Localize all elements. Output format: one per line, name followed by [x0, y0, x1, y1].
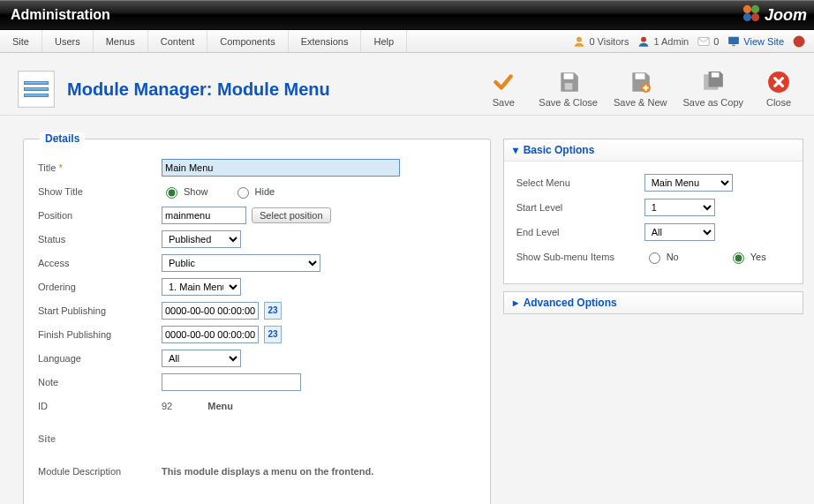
note-input[interactable] [162, 373, 301, 391]
save-button[interactable]: Save [484, 71, 523, 108]
menu-users[interactable]: Users [42, 30, 94, 52]
brand-text: Joom [765, 6, 807, 25]
start-publishing-input[interactable] [162, 302, 259, 320]
app-title: Administration [11, 7, 110, 23]
topbar: Administration Joom [0, 0, 814, 30]
note-label: Note [38, 377, 162, 387]
svg-point-1 [751, 4, 759, 12]
module-description-label: Module Description [38, 466, 162, 477]
id-value: 92 [162, 401, 172, 411]
svg-point-2 [743, 13, 751, 21]
close-button[interactable]: Close [759, 71, 798, 108]
svg-rect-11 [564, 83, 572, 90]
basic-options-title: Basic Options [524, 144, 595, 156]
joomla-icon [742, 4, 761, 27]
basic-options-header[interactable]: ▾ Basic Options [504, 139, 803, 162]
select-menu-label: Select Menu [516, 177, 644, 188]
svg-point-5 [642, 36, 647, 41]
id-label: ID [38, 401, 162, 411]
view-site-link[interactable]: View Site [743, 36, 784, 47]
mail-count: 0 [713, 36, 719, 47]
close-label: Close [766, 97, 791, 108]
svg-rect-7 [729, 36, 740, 43]
ordering-label: Ordering [38, 282, 162, 292]
language-label: Language [38, 353, 162, 364]
chevron-down-icon: ▾ [513, 144, 518, 156]
menu-components[interactable]: Components [207, 30, 288, 52]
calendar-icon[interactable]: 23 [264, 326, 282, 343]
finish-publishing-input[interactable] [162, 326, 259, 343]
svg-rect-6 [698, 37, 709, 45]
svg-point-9 [794, 35, 805, 47]
advanced-options-header[interactable]: ▸ Advanced Options [504, 292, 803, 313]
menu-site[interactable]: Site [0, 30, 42, 52]
page-title: Module Manager: Module Menu [67, 79, 330, 100]
menu-menus[interactable]: Menus [94, 30, 148, 52]
details-legend: Details [40, 132, 85, 145]
save-copy-label: Save as Copy [683, 97, 743, 108]
options-panel: ▾ Basic Options Select Menu Main Menu St… [503, 139, 803, 314]
svg-point-3 [751, 13, 759, 21]
advanced-options-accordion: ▸ Advanced Options [503, 291, 803, 314]
menubar: Site Users Menus Content Components Exte… [0, 30, 814, 53]
title-label: Title [38, 162, 56, 173]
save-label: Save [493, 97, 515, 108]
chevron-right-icon: ▸ [513, 297, 518, 309]
workarea: Details Title * Show Title Show Hide Pos… [0, 116, 814, 504]
select-position-button[interactable]: Select position [252, 207, 331, 223]
status-select[interactable]: Published [162, 230, 241, 248]
language-select[interactable]: All [162, 350, 241, 367]
show-sub-no[interactable]: No [644, 250, 679, 264]
save-new-button[interactable]: Save & New [614, 71, 667, 108]
toolbar: Save Save & Close Save & New Save as Cop… [484, 71, 798, 108]
brand-logo: Joom [742, 4, 807, 27]
monitor-icon [727, 35, 740, 48]
showtitle-hide[interactable]: Hide [233, 184, 275, 199]
showtitle-label: Show Title [38, 186, 162, 197]
advanced-options-title: Advanced Options [524, 297, 617, 309]
svg-rect-8 [733, 44, 736, 46]
show-sub-yes[interactable]: Yes [728, 250, 766, 264]
visitors-icon [573, 35, 585, 48]
end-level-label: End Level [516, 227, 644, 237]
svg-rect-12 [636, 73, 645, 79]
svg-rect-14 [712, 72, 720, 77]
menu-help[interactable]: Help [361, 30, 407, 52]
ordering-select[interactable]: 1. Main Menu [162, 278, 241, 296]
admin-count: 1 Admin [653, 36, 689, 47]
start-publishing-label: Start Publishing [38, 305, 162, 316]
access-label: Access [38, 258, 162, 268]
start-level-label: Start Level [516, 202, 644, 213]
position-input[interactable] [162, 207, 246, 224]
calendar-icon[interactable]: 23 [264, 302, 282, 320]
svg-point-4 [577, 36, 583, 41]
title-input[interactable] [162, 159, 400, 177]
required-mark: * [58, 162, 62, 173]
mail-icon [697, 35, 710, 48]
visitors-count: 0 Visitors [589, 36, 629, 47]
admin-icon [637, 35, 650, 48]
select-menu-select[interactable]: Main Menu [644, 174, 733, 192]
module-description-value: This module displays a menu on the front… [162, 466, 373, 477]
svg-rect-10 [563, 73, 573, 79]
site-heading: Site [38, 426, 476, 450]
showtitle-show[interactable]: Show [162, 184, 208, 199]
save-close-button[interactable]: Save & Close [539, 71, 598, 108]
svg-point-0 [743, 4, 751, 12]
status-bar: 0 Visitors 1 Admin 0 View Site [564, 30, 814, 52]
alert-icon [793, 35, 805, 48]
basic-options-accordion: ▾ Basic Options Select Menu Main Menu St… [503, 139, 803, 284]
save-new-label: Save & New [614, 97, 667, 108]
details-panel: Details Title * Show Title Show Hide Pos… [23, 139, 491, 504]
menu-content[interactable]: Content [148, 30, 208, 52]
save-close-label: Save & Close [539, 97, 598, 108]
start-level-select[interactable]: 1 [644, 199, 715, 216]
access-select[interactable]: Public [162, 254, 320, 272]
finish-publishing-label: Finish Publishing [38, 329, 162, 340]
id-type: Menu [207, 401, 233, 411]
end-level-select[interactable]: All [644, 223, 715, 241]
position-label: Position [38, 210, 162, 221]
menu-extensions[interactable]: Extensions [289, 30, 362, 52]
page-header: Module Manager: Module Menu Save Save & … [0, 53, 814, 116]
save-copy-button[interactable]: Save as Copy [683, 71, 743, 108]
